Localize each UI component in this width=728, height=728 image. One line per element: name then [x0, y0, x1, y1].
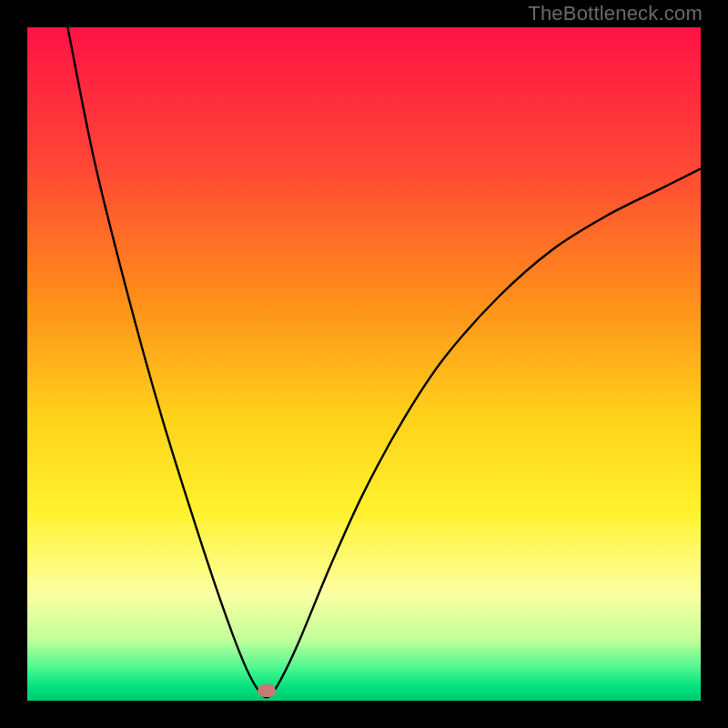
- plot-area: [27, 27, 701, 701]
- bottleneck-curve: [27, 27, 701, 701]
- chart-frame: TheBottleneck.com: [0, 0, 728, 728]
- minimum-marker: [258, 684, 276, 697]
- attribution-label: TheBottleneck.com: [528, 2, 703, 25]
